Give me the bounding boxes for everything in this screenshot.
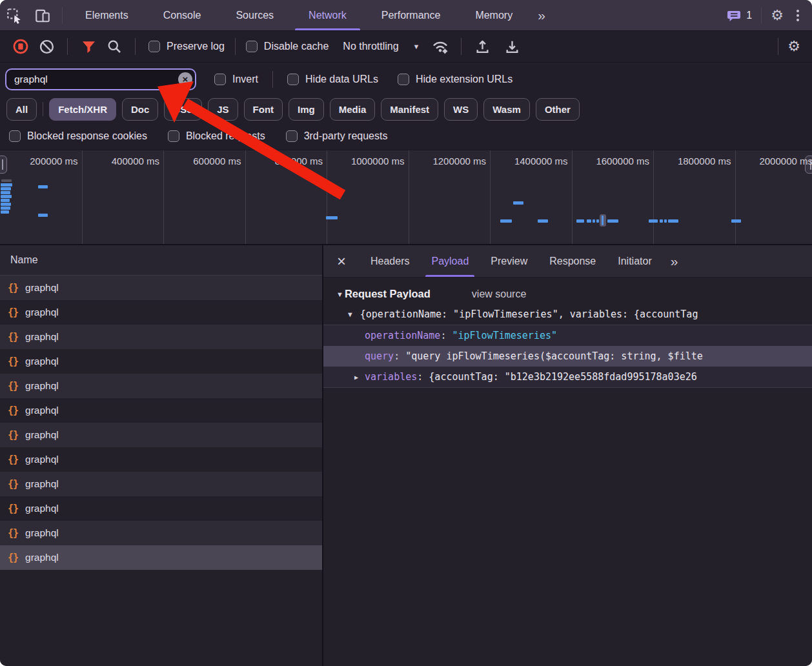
table-row[interactable]: {}graphql [0,423,322,447]
table-row[interactable]: {}graphql [0,447,322,472]
close-details-button[interactable]: × [323,245,360,277]
table-row[interactable]: {}graphql [0,374,322,398]
devtools-window: ElementsConsoleSourcesNetworkPerformance… [0,0,812,666]
detail-tab-preview[interactable]: Preview [480,245,538,277]
tab-performance[interactable]: Performance [364,0,458,30]
payload-entry-query[interactable]: query: "query ipFlowTimeseries($accountT… [323,346,812,367]
clear-filter-icon[interactable]: × [178,72,192,86]
hide-extension-urls-checkbox[interactable]: Hide extension URLs [398,74,513,85]
detail-tab-headers[interactable]: Headers [360,245,420,277]
table-row[interactable]: {}graphql [0,472,322,496]
payload-preview-text: {operationName: "ipFlowTimeseries", vari… [360,308,698,320]
tab-memory[interactable]: Memory [458,0,530,30]
close-icon: × [337,252,346,270]
checkbox-icon [214,74,226,85]
device-toolbar-icon [34,7,51,24]
table-row[interactable]: {}graphql [0,398,322,423]
timeline-request-bar [38,185,48,188]
filter-chip-font[interactable]: Font [244,98,283,121]
timeline-request-bar [1,210,9,214]
payload-key: variables [365,371,417,383]
timeline-gridline [653,150,654,244]
more-tabs-button[interactable]: » [530,0,552,30]
request-list: {}graphql{}graphql{}graphql{}graphql{}gr… [0,276,322,666]
network-overview-timeline[interactable]: 200000 ms400000 ms600000 ms800000 ms1000… [0,150,812,245]
preserve-log-checkbox[interactable]: Preserve log [148,41,225,52]
tab-network[interactable]: Network [291,0,364,30]
table-row[interactable]: {}graphql [0,496,322,521]
inspect-element-button[interactable] [0,0,28,30]
payload-entry-variables[interactable]: ▶variables: {accountTag: "b12e3b2192ee55… [323,367,812,387]
blocked-response-cookies-checkbox[interactable]: Blocked response cookies [9,130,147,142]
timeline-gridline [409,150,409,244]
overview-handle-left[interactable] [0,156,7,174]
tab-elements[interactable]: Elements [68,0,146,30]
filter-chip-ws[interactable]: WS [444,98,478,121]
clear-network-log-button[interactable] [34,35,59,58]
more-detail-tabs-button[interactable]: » [663,245,685,277]
export-har-button[interactable] [499,35,525,58]
detail-tab-initiator[interactable]: Initiator [607,245,662,277]
timeline-request-bar [607,219,618,223]
view-source-link[interactable]: view source [472,288,526,300]
timeline-gridline [735,150,736,244]
filter-input[interactable] [5,68,196,90]
main-menu-dots-icon[interactable] [793,10,803,21]
name-column-header[interactable]: Name [0,245,322,276]
throttling-select[interactable]: No throttling ▼ [343,41,420,52]
search-button[interactable] [101,35,127,58]
device-toolbar-button[interactable] [28,0,57,30]
blocked-response-cookies-label: Blocked response cookies [27,130,147,142]
table-row[interactable]: {}graphql [0,349,322,374]
filter-chip-media[interactable]: Media [330,98,376,121]
third-party-requests-checkbox[interactable]: 3rd-party requests [286,130,388,142]
network-settings-gear-icon[interactable]: ⚙ [787,39,800,54]
triangle-right-icon[interactable]: ▶ [354,374,358,381]
timeline-request-bar [1,179,12,182]
blocked-requests-checkbox[interactable]: Blocked requests [168,130,265,142]
table-row[interactable]: {}graphql [0,521,322,545]
disable-cache-label: Disable cache [264,41,329,52]
filter-chip-img[interactable]: Img [289,98,324,121]
filter-chip-js[interactable]: JS [208,98,238,121]
invert-checkbox[interactable]: Invert [214,74,258,85]
filter-chip-css[interactable]: CSS [164,98,202,121]
payload-entry-operationName[interactable]: operationName: "ipFlowTimeseries" [323,325,812,346]
timeline-request-bar [1,203,11,206]
disable-cache-checkbox[interactable]: Disable cache [246,41,329,52]
table-row[interactable]: {}graphql [0,276,322,300]
tab-sources[interactable]: Sources [218,0,291,30]
issues-button[interactable]: 1 [726,8,752,23]
detail-tabs-bar: × HeadersPayloadPreviewResponseInitiator… [323,245,812,278]
detail-tab-payload[interactable]: Payload [420,245,480,277]
settings-gear-icon[interactable]: ⚙ [771,8,784,23]
filter-chip-wasm[interactable]: Wasm [483,98,530,121]
timeline-request-bar [1,195,12,198]
request-name: graphql [25,478,59,490]
hide-data-urls-checkbox[interactable]: Hide data URLs [287,74,378,85]
tab-console[interactable]: Console [146,0,219,30]
filter-chip-manifest[interactable]: Manifest [381,98,438,121]
import-har-button[interactable] [469,35,495,58]
filter-chip-fetch-xhr[interactable]: Fetch/XHR [49,98,116,121]
filter-chip-doc[interactable]: Doc [122,98,158,121]
table-row[interactable]: {}graphql [0,545,322,570]
json-braces-icon: {} [8,356,18,367]
detail-tab-response[interactable]: Response [538,245,607,277]
request-name: graphql [25,331,59,343]
table-row[interactable]: {}graphql [0,300,322,325]
table-row[interactable]: {}graphql [0,325,322,349]
checkbox-icon [286,130,298,142]
filter-chip-all[interactable]: All [6,98,37,121]
network-conditions-button[interactable] [427,35,453,58]
message-bubble-icon [726,8,742,23]
filter-chip-other[interactable]: Other [536,98,580,121]
record-network-log-button[interactable] [8,35,34,58]
filter-button[interactable] [76,35,101,58]
json-braces-icon: {} [8,478,18,490]
search-icon [107,39,122,54]
request-payload-section[interactable]: ▼ Request Payload view source [323,278,812,304]
payload-preview-row[interactable]: ▼ {operationName: "ipFlowTimeseries", va… [323,304,812,325]
timeline-tick-label: 1400000 ms [497,156,568,166]
timeline-request-bar [1,207,10,210]
